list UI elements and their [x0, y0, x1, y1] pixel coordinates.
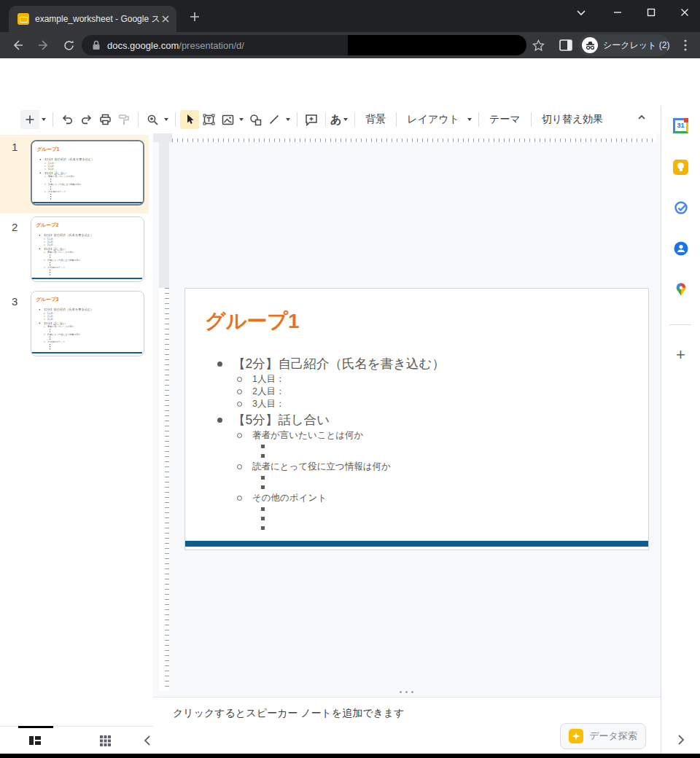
collapse-filmstrip-icon[interactable] — [139, 732, 156, 749]
grid-view-icon[interactable] — [96, 732, 114, 749]
layout-button[interactable]: レイアウト — [401, 110, 465, 129]
zoom-dropdown-icon[interactable] — [162, 110, 171, 129]
slide-accent-bar — [32, 202, 143, 203]
active-view-indicator — [18, 726, 53, 728]
google-maps-icon[interactable] — [672, 281, 690, 298]
back-icon[interactable] — [9, 37, 26, 53]
background-button[interactable]: 背景 — [359, 110, 392, 129]
get-add-ons-icon[interactable]: + — [672, 346, 690, 364]
layout-dropdown-icon[interactable] — [465, 110, 474, 129]
slide-accent-bar — [185, 541, 648, 547]
toolbar-separator — [531, 112, 532, 127]
slide-accent-bar — [31, 278, 142, 279]
workspace-side-panel: 31 + — [661, 106, 700, 754]
slide-title-text[interactable]: グループ1 — [205, 308, 300, 335]
window-bottom-edge — [0, 754, 700, 758]
bullet-level-1: 【2分】自己紹介（氏名を書き込む） — [185, 354, 648, 373]
insert-shape-button[interactable] — [246, 110, 265, 129]
zoom-button[interactable] — [143, 110, 162, 129]
line-dropdown-icon[interactable] — [284, 110, 292, 129]
tab-close-icon[interactable] — [160, 14, 171, 24]
slide-thumbnail[interactable]: グループ2【2分】自己紹介（氏名を書き込む）1人目：2人目：3人目：【5分】話し… — [31, 216, 144, 282]
select-tool-button[interactable] — [180, 110, 199, 129]
window-maximize-button[interactable] — [639, 3, 664, 22]
bullet-level-3 — [185, 451, 648, 461]
slide-number: 2 — [12, 221, 18, 233]
bullet-level-2: 著者が言いたいことは何か — [185, 429, 648, 442]
collapse-menus-icon[interactable] — [636, 112, 648, 123]
browser-tab[interactable]: example_worksheet - Google スラ — [9, 6, 176, 32]
browser-window: example_worksheet - Google スラ — [0, 0, 700, 758]
filmstrip-view-icon[interactable] — [26, 732, 44, 749]
calendar-day-number: 31 — [677, 122, 684, 129]
forward-icon[interactable] — [35, 37, 52, 53]
slide-thumbnail[interactable]: グループ3【2分】自己紹介（氏名を書き込む）1人目：2人目：3人目：【5分】話し… — [31, 291, 144, 356]
google-keep-icon[interactable] — [672, 158, 690, 176]
bullet-level-3 — [185, 504, 648, 514]
insert-image-button[interactable] — [218, 110, 237, 129]
incognito-label: シークレット (2) — [603, 39, 669, 52]
new-tab-button[interactable] — [184, 7, 206, 26]
show-side-panel-icon[interactable] — [672, 731, 690, 749]
bullet-level-2: 3人目： — [185, 398, 648, 410]
google-calendar-icon[interactable]: 31 — [672, 117, 690, 134]
toolbar-separator — [325, 112, 326, 127]
bullet-level-3 — [31, 273, 142, 276]
toolbar-separator — [297, 112, 298, 127]
bullet-level-3 — [32, 198, 143, 200]
new-slide-button[interactable] — [20, 110, 39, 129]
image-dropdown-icon[interactable] — [237, 110, 246, 129]
reload-icon[interactable] — [60, 37, 77, 53]
incognito-badge[interactable]: シークレット (2) — [579, 34, 669, 56]
bullet-level-2: 1人目： — [185, 373, 648, 386]
new-slide-dropdown-icon[interactable] — [39, 110, 48, 129]
window-chevron-button[interactable] — [569, 3, 594, 22]
slides-toolbar: あ 背景 レイアウト テーマ 切り替え効果 — [0, 106, 661, 133]
slide-canvas: グループ1【2分】自己紹介（氏名を書き込む）1人目：2人目：3人目：【5分】話し… — [153, 133, 661, 697]
bookmark-star-icon[interactable] — [529, 37, 547, 53]
toolbar-separator — [138, 112, 139, 127]
slide-number: 1 — [12, 141, 18, 153]
slides-favicon-icon — [18, 13, 29, 25]
google-contacts-icon[interactable] — [672, 240, 690, 257]
undo-button[interactable] — [58, 110, 77, 129]
slide-title-text: グループ3 — [36, 296, 58, 302]
toolbar-separator — [175, 112, 176, 127]
window-minimize-button[interactable] — [605, 3, 630, 22]
url-redaction — [348, 35, 526, 55]
window-close-button[interactable] — [672, 3, 697, 22]
horizontal-ruler — [172, 133, 656, 142]
filmstrip-slide-3[interactable]: 3 グループ3【2分】自己紹介（氏名を書き込む）1人目：2人目：3人目：【5分】… — [0, 289, 149, 358]
google-tasks-icon[interactable] — [672, 199, 690, 216]
insert-comment-button[interactable] — [302, 110, 321, 129]
input-tools-dropdown-icon[interactable] — [341, 110, 350, 129]
speaker-notes-panel: クリックするとスピーカー ノートを追加できます データ探索 — [153, 697, 661, 754]
print-button[interactable] — [96, 110, 114, 129]
explore-label: データ探索 — [589, 730, 637, 743]
explore-icon — [569, 729, 583, 743]
side-panel-icon[interactable] — [557, 37, 575, 53]
bullet-level-3 — [185, 514, 648, 523]
url-omnibox[interactable]: docs.google.com /presentation/d/ — [82, 35, 526, 55]
browser-menu-kebab-icon[interactable] — [677, 37, 694, 53]
transition-button[interactable]: 切り替え効果 — [536, 110, 610, 129]
slide-number: 3 — [12, 295, 18, 308]
slide-body-text[interactable]: 【2分】自己紹介（氏名を書き込む）1人目：2人目：3人目：【5分】話し合い著者が… — [185, 354, 648, 533]
slide-title-text: グループ1 — [36, 146, 59, 152]
notes-resize-handle[interactable] — [400, 691, 413, 693]
redo-button[interactable] — [77, 110, 96, 129]
filmstrip-slide-1[interactable]: 1 グループ1【2分】自己紹介（氏名を書き込む）1人目：2人目：3人目：【5分】… — [0, 135, 149, 214]
paint-format-button[interactable] — [114, 110, 133, 129]
theme-button[interactable]: テーマ — [483, 110, 526, 129]
filmstrip-slide-2[interactable]: 2 グループ2【2分】自己紹介（氏名を書き込む）1人目：2人目：3人目：【5分】… — [0, 215, 149, 284]
slide-thumbnail[interactable]: グループ1【2分】自己紹介（氏名を書き込む）1人目：2人目：3人目：【5分】話し… — [31, 140, 144, 206]
text-box-button[interactable] — [199, 110, 218, 129]
current-slide[interactable]: グループ1【2分】自己紹介（氏名を書き込む）1人目：2人目：3人目：【5分】話し… — [184, 288, 649, 550]
insert-line-button[interactable] — [265, 110, 284, 129]
lock-icon — [92, 40, 101, 50]
speaker-notes-placeholder[interactable]: クリックするとスピーカー ノートを追加できます — [173, 707, 404, 720]
slide-accent-bar — [31, 352, 142, 353]
input-tools-icon[interactable]: あ — [330, 113, 341, 127]
incognito-icon — [582, 37, 598, 53]
explore-button[interactable]: データ探索 — [560, 723, 646, 749]
